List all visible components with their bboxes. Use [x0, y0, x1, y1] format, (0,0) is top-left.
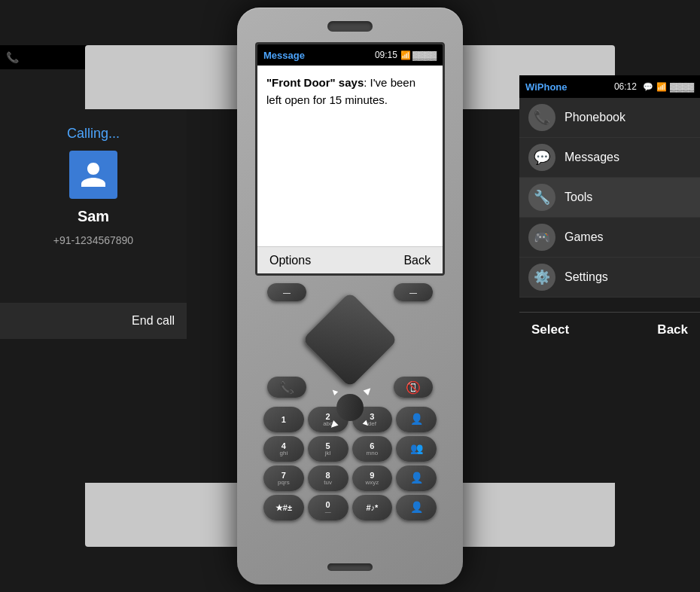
menu-battery-icon: ▓▓▓▓	[670, 82, 694, 91]
key-contact2[interactable]: 👥	[396, 436, 437, 462]
messages-label: Messages	[565, 151, 619, 164]
bottom-speaker	[327, 563, 373, 571]
menu-time: 06:12	[614, 81, 637, 92]
screen-time: 09:15	[375, 50, 397, 60]
menu-item-messages[interactable]: 💬 Messages	[519, 138, 700, 178]
menu-back-button[interactable]: Back	[657, 322, 688, 337]
top-speaker	[327, 21, 373, 32]
phone-body: Message 09:15 📶 ▓▓▓▓ "Front Door" says: …	[237, 8, 463, 584]
screen-title: Message	[263, 50, 375, 61]
dpad-down[interactable]: ▼	[359, 417, 373, 430]
screen-content: "Front Door" says: I've been left open f…	[257, 66, 443, 246]
menu-wifi-icon: 📶	[656, 82, 667, 92]
avatar	[69, 151, 117, 199]
key-9[interactable]: 9wxyz	[352, 465, 393, 491]
key-hash[interactable]: #♪*	[352, 495, 393, 520]
menu-panel: WiPhone 06:12 💬 📶 ▓▓▓▓ 📞 Phonebook 💬 Mes…	[519, 75, 700, 346]
menu-items-list: 📞 Phonebook 💬 Messages 🔧 Tools 🎮 Games ⚙…	[519, 98, 700, 312]
key-contact4[interactable]: 👤	[396, 495, 437, 520]
dpad-up[interactable]: ▲	[327, 385, 341, 398]
screen-battery-icon: ▓▓▓▓	[412, 50, 437, 60]
tools-icon: 🔧	[528, 184, 555, 211]
menu-item-games[interactable]: 🎮 Games	[519, 218, 700, 258]
end-call-bar: End call	[0, 303, 187, 339]
key-contact3[interactable]: 👤	[396, 465, 437, 491]
call-key[interactable]: 📞	[267, 377, 306, 398]
phonebook-label: Phonebook	[565, 111, 625, 124]
tools-label: Tools	[565, 191, 592, 204]
menu-select-button[interactable]: Select	[531, 322, 569, 337]
menu-item-tools[interactable]: 🔧 Tools	[519, 178, 700, 218]
settings-icon: ⚙️	[528, 264, 555, 291]
settings-label: Settings	[565, 270, 608, 284]
end-call-button[interactable]: End call	[132, 314, 175, 328]
key-star[interactable]: ★#±	[263, 495, 304, 520]
contact-name: Sam	[78, 208, 109, 225]
menu-item-phonebook[interactable]: 📞 Phonebook	[519, 98, 700, 138]
key-4[interactable]: 4ghi	[263, 436, 304, 462]
contact-number: +91-1234567890	[53, 234, 133, 246]
nav-area: — — ▲ ▼ ◀ ▶ 📞 📵	[246, 283, 454, 402]
dpad[interactable]: ▲ ▼ ◀ ▶	[316, 306, 384, 374]
message-sender: "Front Door" says	[266, 76, 364, 89]
dpad-left[interactable]: ◀	[327, 419, 339, 431]
screen-bottom-bar: Options Back	[257, 246, 443, 273]
games-label: Games	[565, 230, 604, 244]
menu-item-settings[interactable]: ⚙️ Settings	[519, 258, 700, 298]
key-7[interactable]: 7pqrs	[263, 465, 304, 491]
key-1[interactable]: 1	[263, 407, 304, 432]
dpad-row: ▲ ▼ ◀ ▶	[316, 306, 384, 374]
menu-bottom-bar: Select Back	[519, 312, 700, 346]
messages-icon: 💬	[528, 144, 555, 171]
key-contact1[interactable]: 👤	[396, 407, 437, 432]
menu-status-bar: WiPhone 06:12 💬 📶 ▓▓▓▓	[519, 75, 700, 98]
key-8[interactable]: 8tuv	[308, 465, 348, 491]
phone-screen: Message 09:15 📶 ▓▓▓▓ "Front Door" says: …	[255, 42, 445, 276]
dpad-right[interactable]: ▶	[361, 384, 373, 396]
key-0[interactable]: 0—	[308, 495, 348, 520]
phone-icon: 📞	[6, 51, 19, 63]
right-soft-key[interactable]: —	[394, 283, 433, 301]
left-soft-key[interactable]: —	[267, 283, 306, 301]
back-button[interactable]: Back	[403, 254, 431, 267]
menu-msg-icon: 💬	[643, 82, 653, 92]
screen-status-bar: Message 09:15 📶 ▓▓▓▓	[257, 44, 443, 66]
message-display: "Front Door" says: I've been left open f…	[266, 75, 434, 108]
phonebook-icon: 📞	[528, 104, 555, 131]
person-icon	[78, 160, 108, 190]
calling-status-text: Calling...	[67, 126, 120, 142]
games-icon: 🎮	[528, 224, 555, 251]
screen-signal-icon: 📶	[400, 50, 411, 60]
end-key[interactable]: 📵	[394, 377, 433, 398]
options-button[interactable]: Options	[269, 254, 311, 267]
wiphone-brand: WiPhone	[525, 81, 611, 93]
